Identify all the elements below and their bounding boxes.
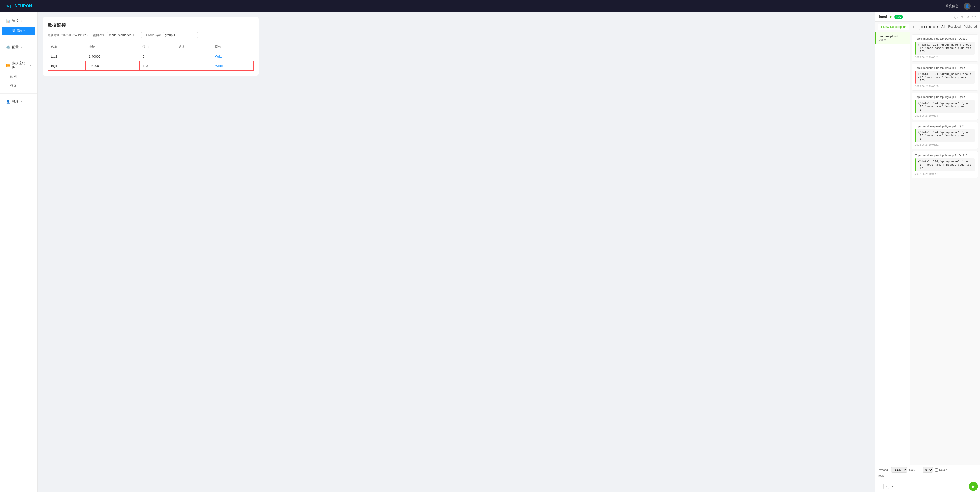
message-card: Topic: modbus-plus-tcp-1/group-1 QoS: 0 …	[912, 64, 978, 91]
qos-select[interactable]: 0	[923, 467, 933, 473]
cell-address: 1!40002	[86, 52, 139, 61]
filter-tab-all[interactable]: All	[941, 24, 945, 29]
table-header-row: 名称 地址 值 ℹ 描述 操作	[48, 42, 253, 52]
sidebar-item-rules[interactable]: 规则	[2, 72, 35, 81]
sidebar-item-dataflow[interactable]: 🔀 数据流处理 ▾	[2, 59, 35, 72]
more-icon[interactable]: •••	[972, 15, 976, 19]
monitor-chevron: ▾	[21, 19, 22, 22]
col-desc-header: 描述	[175, 42, 212, 52]
table-row: tag1 1!40001 123 Write	[48, 61, 253, 70]
message-card: Topic: modbus-plus-tcp-1/group-1 QoS: 0 …	[912, 34, 978, 62]
update-time-label: 更新时间	[48, 33, 60, 37]
send-button[interactable]: ▶	[969, 482, 978, 491]
sidebar-dataflow-label: 数据流处理	[12, 61, 28, 70]
message-payload: {"data1":124,"group_name":"group-1","nod…	[915, 42, 975, 54]
sidebar-section-monitor: 📊 监控 ▾ 数据监控	[0, 14, 37, 38]
message-payload: {"data1":124,"group_name":"group-1","nod…	[915, 100, 975, 113]
messages-area: Topic: modbus-plus-tcp-1/group-1 QoS: 0 …	[910, 32, 980, 465]
plaintext-label: Plaintext	[924, 25, 935, 29]
dataflow-icon: 🔀	[6, 64, 10, 67]
col-action-header: 操作	[212, 42, 253, 52]
message-time: 2022-06-24 19:08:48	[915, 114, 975, 117]
cell-name: tag2	[48, 52, 86, 61]
compose-payload-row: Payload: JSON QoS: 0 Retain	[878, 467, 977, 473]
group-name-label: Group 名称	[146, 33, 161, 37]
sidebar-section-manage: 👤 管理 ▾	[0, 95, 37, 108]
sidebar-section-config: ⚙️ 配置 ▾	[0, 40, 37, 54]
group-name-group: Group 名称 group-1	[146, 32, 198, 38]
south-device-group: 南向设备 modbus-plus-tcp-1	[93, 32, 142, 38]
main-layout: 📊 监控 ▾ 数据监控 ⚙️ 配置 ▾ 🔀 数据流处理 ▾ 规则	[0, 12, 980, 492]
payload-format-select[interactable]: JSON	[891, 467, 907, 473]
subscription-list: modbus-plus-tc... QoS 0	[875, 32, 910, 465]
write-link[interactable]: Write	[215, 54, 223, 58]
power-icon[interactable]: ⏻	[954, 15, 958, 19]
content-area: 数据监控 更新时间 2022-06-24 19:08:55 南向设备 modbu…	[38, 12, 875, 492]
update-time-group: 更新时间 2022-06-24 19:08:55	[48, 33, 89, 37]
mqtt-header: local ▼ 166 ⏻ ✎ ⧉ •••	[875, 12, 980, 22]
filter-tab-published[interactable]: Published	[964, 24, 977, 29]
connected-icon: ▼	[889, 15, 892, 19]
sidebar-manage-label: 管理	[12, 99, 19, 104]
cell-action: Write	[212, 52, 253, 61]
table-body: tag2 1!40002 0 Write tag1 1!40001 123 Wr…	[48, 52, 253, 70]
system-info-button[interactable]: 系统信息 ▾	[945, 4, 961, 8]
rules-label: 规则	[10, 75, 17, 78]
message-topic: Topic: modbus-plus-tcp-1/group-1 QoS: 0	[915, 66, 975, 69]
edit-icon[interactable]: ✎	[961, 15, 964, 19]
group-name-select[interactable]: group-1	[163, 32, 198, 38]
message-card: Topic: modbus-plus-tcp-1/group-1 QoS: 0 …	[912, 122, 978, 149]
message-time: 2022-06-24 19:08:42	[915, 56, 975, 59]
compose-qos-label: QoS:	[909, 468, 921, 471]
message-topic: Topic: modbus-plus-tcp-1/group-1 QoS: 0	[915, 154, 975, 157]
data-monitor-button[interactable]: 数据监控	[2, 27, 35, 35]
expand-icon[interactable]: ⊡	[912, 25, 914, 29]
extend-label: 拓展	[10, 84, 17, 88]
retain-text: Retain	[939, 468, 947, 471]
message-time: 2022-06-24 19:08:51	[915, 144, 975, 146]
filter-tab-received[interactable]: Received	[948, 24, 961, 29]
compose-topic-row	[878, 474, 977, 477]
nav-down-arrow[interactable]: ▾	[890, 484, 896, 489]
col-name-header: 名称	[48, 42, 86, 52]
sidebar-item-monitor[interactable]: 📊 监控 ▾	[2, 17, 35, 25]
sidebar-monitor-label: 监控	[12, 19, 19, 23]
dataflow-chevron: ▾	[30, 64, 31, 67]
mqtt-panel: local ▼ 166 ⏻ ✎ ⧉ ••• + New Subscription…	[875, 12, 980, 492]
value-info-icon[interactable]: ℹ	[148, 45, 149, 48]
nav-left-arrow[interactable]: ←	[877, 484, 882, 489]
data-table: 名称 地址 值 ℹ 描述 操作 tag2 1!40002 0 Write	[48, 42, 253, 70]
user-chevron: ▾	[974, 5, 975, 8]
update-time-value: 2022-06-24 19:08:55	[61, 34, 89, 37]
message-payload: {"data1":124,"group_name":"group-1","nod…	[915, 158, 975, 171]
copy-icon[interactable]: ⧉	[967, 14, 969, 19]
user-avatar[interactable]: 👤	[964, 3, 971, 10]
mqtt-footer-nav: ← → ▾ ▶	[875, 481, 980, 492]
sidebar-section-dataflow: 🔀 数据流处理 ▾ 规则 拓展	[0, 56, 37, 93]
table-row: tag2 1!40002 0 Write	[48, 52, 253, 61]
new-subscription-button[interactable]: + New Subscription	[878, 24, 910, 30]
app-logo: 'N| NEURON	[5, 3, 32, 9]
config-icon: ⚙️	[6, 45, 10, 49]
compose-payload-label: Payload:	[878, 468, 889, 471]
col-value-header: 值 ℹ	[139, 42, 175, 52]
table-header: 名称 地址 值 ℹ 描述 操作	[48, 42, 253, 52]
topic-input[interactable]	[878, 474, 977, 477]
nav-right: 系统信息 ▾ 👤 ▾	[945, 3, 975, 10]
retain-label: Retain	[935, 468, 947, 472]
write-link[interactable]: Write	[215, 64, 223, 68]
plaintext-select[interactable]: Plaintext ▾	[919, 24, 940, 30]
sidebar-item-config[interactable]: ⚙️ 配置 ▾	[2, 43, 35, 51]
retain-checkbox[interactable]	[935, 468, 938, 472]
config-chevron: ▾	[21, 46, 22, 49]
sidebar-item-manage[interactable]: 👤 管理 ▾	[2, 97, 35, 106]
subscription-item[interactable]: modbus-plus-tc... QoS 0	[875, 32, 910, 44]
south-device-select[interactable]: modbus-plus-tcp-1	[107, 32, 142, 38]
message-topic: Topic: modbus-plus-tcp-1/group-1 QoS: 0	[915, 125, 975, 128]
nav-right-arrow[interactable]: →	[883, 484, 889, 489]
sub-item-name: modbus-plus-tc...	[878, 35, 907, 38]
top-nav: 'N| NEURON 系统信息 ▾ 👤 ▾	[0, 0, 980, 12]
cell-desc	[175, 61, 212, 70]
south-device-label: 南向设备	[93, 33, 105, 37]
sidebar-item-extend[interactable]: 拓展	[2, 81, 35, 90]
